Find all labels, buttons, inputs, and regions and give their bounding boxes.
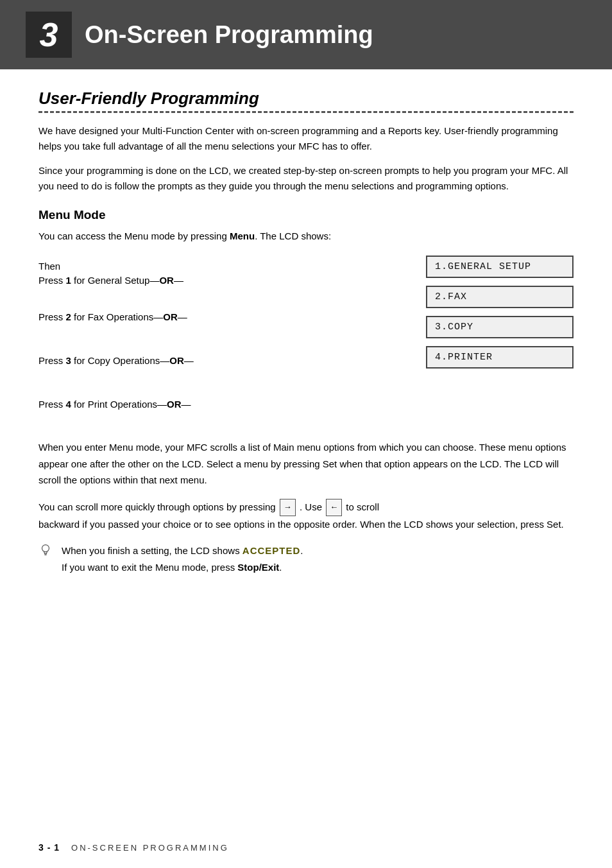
note-line1-part2: . (300, 545, 303, 556)
note-text: When you finish a setting, the LCD shows… (62, 542, 303, 575)
lcd-screen-1: 1.GENERAL SETUP (426, 256, 574, 278)
scroll-text-part2: . Use (300, 501, 322, 512)
note-icon (38, 544, 53, 558)
menu-label-3: Press 3 for Copy Operations—OR— (38, 354, 194, 369)
chapter-title: On-Screen Programming (85, 21, 373, 49)
scroll-paragraph-2: You can scroll more quickly through opti… (38, 499, 574, 533)
subsection-heading: Menu Mode (38, 208, 574, 222)
backward-scroll-button: ← (326, 499, 342, 516)
menu-label-4: Press 4 for Print Operations—OR— (38, 397, 191, 412)
intro-paragraph-1: We have designed your Multi-Function Cen… (38, 123, 574, 154)
note-accepted-text: ACCEPTED (242, 545, 301, 556)
scroll-text-part4: backward if you passed your choice or to… (38, 519, 564, 530)
intro-paragraph-2: Since your programming is done on the LC… (38, 163, 574, 194)
menu-screens-column: 1.GENERAL SETUP 2.FAX 3.COPY 4.PRINTER (426, 256, 574, 369)
page-footer: 3 - 1 ON-SCREEN PROGRAMMING (38, 842, 574, 853)
note-section: When you finish a setting, the LCD shows… (38, 542, 574, 575)
menu-labels-column: Then Press 1 for General Setup—OR— Press… (38, 256, 400, 420)
scroll-paragraph-1: When you enter Menu mode, your MFC scrol… (38, 439, 574, 489)
section-heading: User-Friendly Programming (38, 89, 574, 108)
menu-label-1-line1: Then (38, 261, 60, 272)
footer-page-number: 3 - 1 (38, 842, 60, 853)
menu-label-1-line2: Press 1 for General Setup—OR— (38, 275, 183, 286)
footer-chapter-name: ON-SCREEN PROGRAMMING (71, 843, 229, 853)
note-stop-exit: Stop/Exit (237, 562, 279, 573)
menu-label-row-2: Press 2 for Fax Operations—OR— (38, 302, 400, 333)
lcd-screen-2: 2.FAX (426, 286, 574, 308)
menu-options-table: Then Press 1 for General Setup—OR— Press… (38, 256, 574, 420)
scroll-text-part1: You can scroll more quickly through opti… (38, 501, 276, 512)
note-line1-part1: When you finish a setting, the LCD shows (62, 545, 240, 556)
chapter-number: 3 (26, 12, 72, 58)
menu-label-2: Press 2 for Fax Operations—OR— (38, 310, 187, 325)
note-line2-part1: If you want to exit the Menu mode, press (62, 562, 235, 573)
lcd-screen-4: 4.PRINTER (426, 346, 574, 369)
forward-scroll-button: → (280, 499, 296, 516)
lcd-screen-3: 3.COPY (426, 316, 574, 338)
page-header: 3 On-Screen Programming (0, 0, 612, 69)
scroll-text-part3: to scroll (346, 501, 379, 512)
menu-label-row-3: Press 3 for Copy Operations—OR— (38, 345, 400, 376)
menu-label-row-1: Then Press 1 for General Setup—OR— (38, 258, 400, 289)
main-content: User-Friendly Programming We have design… (0, 89, 612, 614)
section-divider (38, 111, 574, 113)
menu-mode-intro: You can access the Menu mode by pressing… (38, 229, 574, 244)
menu-label-row-4: Press 4 for Print Operations—OR— (38, 389, 400, 420)
note-line2-part2: . (279, 562, 282, 573)
svg-point-0 (42, 545, 49, 552)
